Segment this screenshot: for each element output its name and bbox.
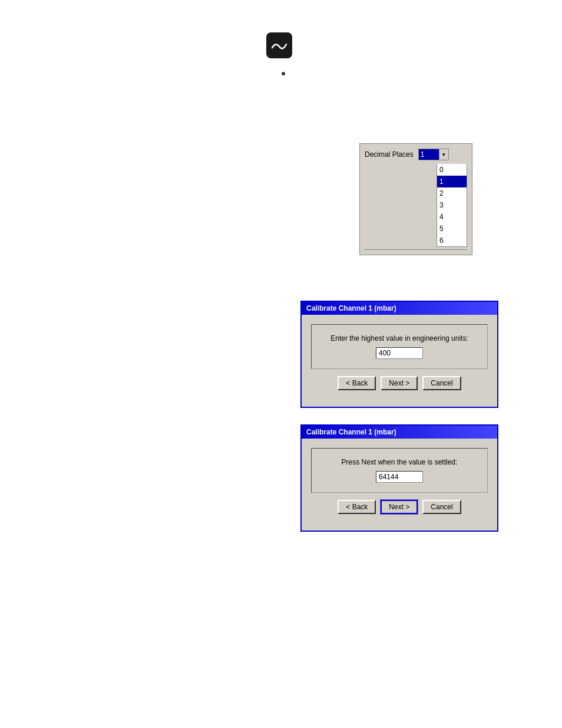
dialog-title-2: Calibrate Channel 1 (mbar): [302, 426, 497, 439]
dialog-title-text-2: Calibrate Channel 1 (mbar): [306, 428, 396, 436]
chevron-down-icon[interactable]: ▼: [439, 149, 448, 160]
dialog-inner-2: Press Next when the value is settled:: [311, 448, 488, 493]
list-item[interactable]: 0: [437, 164, 467, 176]
dialog-calibrate-1: Calibrate Channel 1 (mbar) Enter the hig…: [300, 301, 498, 408]
dialog-buttons-2: < Back Next > Cancel: [311, 500, 488, 521]
list-item[interactable]: 6: [437, 235, 467, 246]
separator: [365, 249, 467, 250]
dialog-title-1: Calibrate Channel 1 (mbar): [302, 302, 497, 315]
app-icon-area: [266, 32, 292, 58]
list-item[interactable]: 3: [437, 199, 467, 211]
highest-value-input[interactable]: [376, 347, 423, 359]
back-button-2[interactable]: < Back: [338, 500, 376, 514]
decimal-places-panel: Decimal Places 1 ▼ 0 1 2 3 4 5 6: [359, 143, 472, 255]
dialog-title-text-1: Calibrate Channel 1 (mbar): [306, 304, 396, 312]
decimal-places-label: Decimal Places: [365, 150, 414, 159]
cancel-button-2[interactable]: Cancel: [422, 500, 461, 514]
back-button-1[interactable]: < Back: [338, 376, 376, 390]
decimal-places-list: 0 1 2 3 4 5 6: [437, 164, 467, 247]
decimal-places-dropdown[interactable]: 1 ▼: [418, 149, 449, 160]
dialog-inner-1: Enter the highest value in engineering u…: [311, 324, 488, 369]
dialog-content-1: Enter the highest value in engineering u…: [302, 315, 497, 407]
dialog-calibrate-2: Calibrate Channel 1 (mbar) Press Next wh…: [300, 424, 498, 532]
dialog-content-2: Press Next when the value is settled: < …: [302, 439, 497, 531]
decimal-dropdown-value: 1: [419, 149, 439, 160]
settled-value-input[interactable]: [376, 471, 423, 483]
decimal-places-row: Decimal Places 1 ▼: [365, 149, 467, 160]
list-item[interactable]: 2: [437, 187, 467, 199]
dialog-instruction-2: Press Next when the value is settled:: [321, 458, 478, 466]
list-item[interactable]: 5: [437, 223, 467, 235]
dialog-instruction-1: Enter the highest value in engineering u…: [321, 334, 478, 342]
next-button-1[interactable]: Next >: [381, 376, 418, 390]
bullet-point: [282, 72, 285, 75]
list-item-selected[interactable]: 1: [437, 176, 467, 187]
dialog-buttons-1: < Back Next > Cancel: [311, 376, 488, 397]
cancel-button-1[interactable]: Cancel: [422, 376, 461, 390]
list-item[interactable]: 4: [437, 211, 467, 223]
app-icon-svg: [270, 38, 289, 52]
next-button-2[interactable]: Next >: [381, 500, 418, 514]
app-icon: [266, 32, 292, 58]
